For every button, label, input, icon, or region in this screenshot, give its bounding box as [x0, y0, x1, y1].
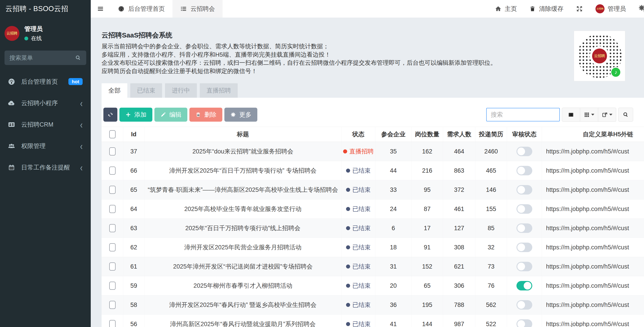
table-row[interactable]: 58 漳州开发区2025年“春风行动” 暨返乡高校毕业生招聘会 已结束 36 1… [102, 296, 644, 314]
sidebar-item-daily-notes[interactable]: 日常工作备注提醒 ‹ [0, 156, 91, 178]
home-link[interactable]: 主页 [495, 5, 517, 13]
row-status: 已结束 [342, 200, 376, 218]
expand-icon [576, 5, 583, 13]
col-header-url[interactable]: 自定义菜单H5外链 [542, 127, 644, 142]
fullscreen-button[interactable] [576, 5, 583, 13]
search-input[interactable] [486, 108, 560, 122]
table-row[interactable]: 59 2025年柳州市春季引才入柳招聘活动 已结束 20 65 306 76 h… [102, 276, 644, 296]
sidebar-item-permissions[interactable]: 权限管理 ‹ [0, 135, 91, 156]
table-row[interactable]: 65 “筑梦青春·职面未来”——漳州高新区2025年高校毕业生线上专场招聘会 已… [102, 180, 644, 200]
audit-toggle[interactable] [516, 319, 532, 327]
row-status: 已结束 [342, 276, 376, 295]
plus-icon [125, 112, 131, 118]
select-all-checkbox[interactable] [109, 130, 116, 138]
status-dot-icon [343, 150, 347, 154]
delete-button[interactable]: 删除 [190, 108, 222, 122]
row-jobs: 17 [412, 219, 443, 238]
user-menu[interactable]: 云招聘 管理员 [596, 4, 626, 13]
row-checkbox[interactable] [109, 243, 116, 252]
qr-pattern: 云招聘 ♪ [578, 34, 622, 78]
row-url: https://m.jobphp.com/h5/#/cust [542, 257, 644, 276]
audit-toggle[interactable] [516, 204, 532, 214]
col-header-status[interactable]: 状态 [342, 127, 376, 142]
avatar: 云招聘 [4, 26, 20, 41]
row-companies: 31 [376, 257, 412, 276]
row-title: 漳州高新区2025年“春风行动暨就业援助月”系列招聘会 [144, 314, 342, 327]
sidebar-search-input[interactable]: 搜索菜单 [4, 50, 86, 65]
row-status: 已结束 [342, 238, 376, 257]
row-checkbox[interactable] [109, 320, 116, 327]
row-resumes: 2460 [476, 142, 507, 161]
row-jobs: 216 [412, 161, 443, 180]
audit-toggle[interactable] [516, 242, 532, 252]
columns-button[interactable] [580, 108, 598, 122]
audit-toggle[interactable] [516, 281, 532, 290]
table-row[interactable]: 62 漳州开发区2025年民营企业服务月招聘活动 已结束 18 91 308 3… [102, 238, 644, 257]
row-people: 127 [443, 219, 476, 238]
audit-toggle[interactable] [516, 166, 532, 175]
edit-button[interactable]: 编辑 [154, 108, 187, 122]
audit-toggle[interactable] [516, 185, 532, 194]
tab-job-fair[interactable]: 云招聘会 [172, 0, 222, 18]
row-url: https://m.jobphp.com/h5/#/cust [542, 200, 644, 218]
filter-tab-live[interactable]: 直播招聘 [200, 83, 238, 98]
gears-icon[interactable] [638, 4, 644, 14]
audit-toggle[interactable] [516, 262, 532, 271]
row-checkbox[interactable] [109, 224, 116, 232]
row-status: 已结束 [342, 296, 376, 314]
export-button[interactable] [598, 108, 616, 122]
refresh-button[interactable] [104, 108, 118, 122]
table-header: Id 标题 状态 参会企业 岗位数量 需求人数 投递简历 审核状态 自定义菜单H… [102, 126, 644, 142]
col-header-companies[interactable]: 参会企业 [376, 127, 412, 142]
row-resumes: 562 [476, 296, 507, 314]
row-id: 66 [123, 161, 144, 180]
audit-toggle[interactable] [516, 147, 532, 156]
sidebar-item-dashboard[interactable]: 后台管理首页 hot [0, 71, 91, 92]
table-row[interactable]: 63 2025年“百日千万招聘专项行动”线上招聘会 已结束 6 17 127 8… [102, 219, 644, 238]
add-button[interactable]: 添加 [120, 108, 152, 122]
table-row[interactable]: 64 2025年高校毕业生等青年就业服务攻坚行动 已结束 24 87 461 1… [102, 200, 644, 219]
filter-tab-ended[interactable]: 已结束 [130, 83, 162, 98]
sidebar-item-miniprogram[interactable]: 云招聘小程序 ‹ [0, 92, 91, 114]
more-button[interactable]: 更多 [224, 108, 257, 122]
table-row[interactable]: 61 2025年漳州开发区“书记送岗留才进校园”专场招聘会 已结束 31 152… [102, 257, 644, 276]
col-header-audit[interactable]: 审核状态 [507, 127, 542, 142]
detail-view-button[interactable] [562, 108, 580, 122]
audit-toggle[interactable] [516, 300, 532, 310]
col-header-people[interactable]: 需求人数 [443, 127, 476, 142]
view-button-group [562, 108, 616, 122]
clear-cache-link[interactable]: 清除缓存 [529, 5, 564, 13]
row-url: https://m.jobphp.com/h5/#/cust [542, 142, 644, 161]
filter-tab-ongoing[interactable]: 进行中 [165, 83, 197, 98]
row-checkbox[interactable] [109, 262, 116, 270]
row-companies: 20 [376, 276, 412, 295]
qr-code: 云招聘 ♪ [574, 31, 625, 81]
row-companies: 18 [376, 238, 412, 257]
col-header-resumes[interactable]: 投递简历 [476, 127, 507, 142]
sidebar-item-crm[interactable]: 云招聘CRM ‹ [0, 114, 91, 135]
row-checkbox[interactable] [109, 147, 116, 156]
col-header-title[interactable]: 标题 [144, 127, 342, 142]
row-resumes: 155 [476, 200, 507, 218]
filter-tab-all[interactable]: 全部 [102, 83, 127, 98]
row-checkbox[interactable] [109, 282, 116, 290]
row-jobs: 162 [412, 142, 443, 161]
grid-icon [584, 112, 590, 118]
col-header-jobs[interactable]: 岗位数量 [412, 127, 443, 142]
table-row[interactable]: 66 漳州开发区2025年“百日千万招聘专项行动” 专场招聘会 已结束 44 2… [102, 161, 644, 180]
table-row[interactable]: 37 2025年“dou来云招聘”就业服务招聘会 直播招聘 35 162 464… [102, 142, 644, 161]
audit-toggle[interactable] [516, 224, 532, 233]
table-row[interactable]: 56 漳州高新区2025年“春风行动暨就业援助月”系列招聘会 已结束 41 14… [102, 314, 644, 327]
row-checkbox[interactable] [109, 301, 116, 309]
row-checkbox[interactable] [109, 205, 116, 213]
row-url: https://m.jobphp.com/h5/#/cust [542, 238, 644, 257]
table-search-button[interactable] [618, 108, 633, 122]
menu-toggle-button[interactable] [91, 0, 110, 18]
tab-dashboard[interactable]: 后台管理首页 [110, 0, 172, 18]
row-jobs: 95 [412, 180, 443, 199]
list-icon [180, 6, 187, 12]
col-header-id[interactable]: Id [123, 127, 144, 142]
row-checkbox[interactable] [109, 166, 116, 175]
row-jobs: 144 [412, 314, 443, 327]
row-checkbox[interactable] [109, 186, 116, 194]
